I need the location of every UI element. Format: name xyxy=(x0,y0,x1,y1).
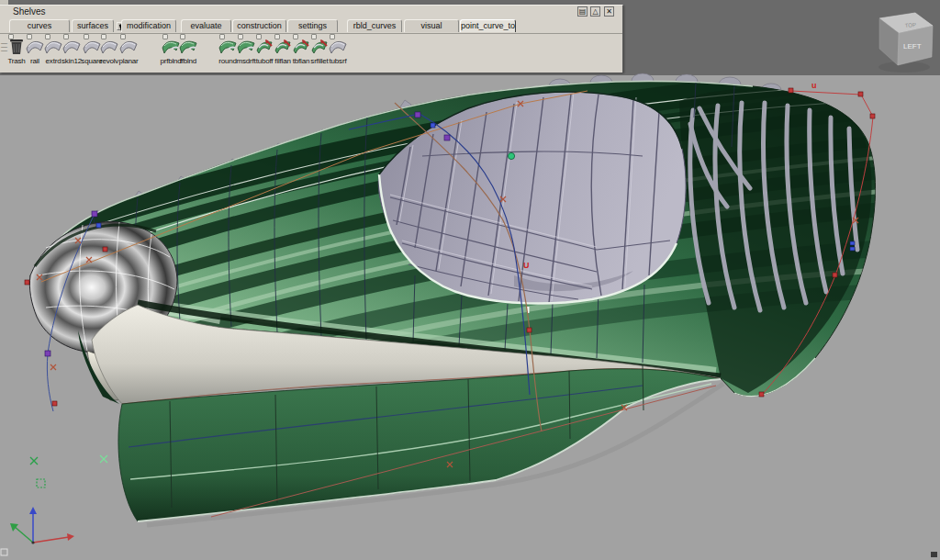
tab-surfaces[interactable]: surfaces xyxy=(72,19,114,32)
tab-settings[interactable]: settings xyxy=(287,19,338,32)
stern-param-label: u xyxy=(811,81,817,90)
surface-icon xyxy=(118,36,139,56)
tool-flag xyxy=(219,34,225,39)
cockpit-param-label: U xyxy=(523,261,530,270)
green-control-point[interactable] xyxy=(508,152,514,159)
tool-flag xyxy=(238,34,243,39)
tool-flag xyxy=(162,34,168,39)
tool-flag xyxy=(293,34,298,39)
tool-flag xyxy=(84,34,89,39)
window-title: Shelves xyxy=(13,6,46,17)
tool-label: planar xyxy=(113,57,144,65)
view-compass-cube[interactable]: TOP LEFT xyxy=(878,13,933,73)
fillet-icon xyxy=(328,36,348,56)
shelves-window: Shelves ▤ △ ✕ curvessurfacesmodification… xyxy=(0,5,623,73)
shelf-tool-row: ——— Trashrailextrdskin12squarerevolvplan… xyxy=(0,33,622,73)
bottom-right-chip xyxy=(931,552,937,557)
tool-flag xyxy=(274,34,280,39)
tool-flag xyxy=(330,34,335,39)
tool-tubsrf[interactable]: tubsrf xyxy=(322,36,353,71)
viewport-3d[interactable]: TOP LEFT xyxy=(0,0,940,560)
tab-rbld_curves[interactable]: rbld_curves xyxy=(347,19,402,32)
cube-top-label: TOP xyxy=(904,22,916,28)
tool-flag xyxy=(63,34,69,39)
tab-curves[interactable]: curves xyxy=(9,19,70,32)
tab-modification[interactable]: modification xyxy=(121,19,176,32)
tool-flag xyxy=(45,34,50,39)
shelf-tab-row: curvessurfacesmodificationevaluateconstr… xyxy=(0,19,622,33)
tool-planar[interactable]: planar xyxy=(113,36,144,71)
tool-flag xyxy=(8,34,14,39)
tool-flag xyxy=(101,34,106,39)
tab-construction[interactable]: construction xyxy=(232,19,286,32)
tool-flag xyxy=(311,34,317,39)
tool-ffblnd[interactable]: ffblnd xyxy=(173,36,204,71)
tool-label: tubsrf xyxy=(322,57,353,65)
shelf-menu-button[interactable]: ▤ xyxy=(577,6,588,17)
cube-front-label: LEFT xyxy=(903,42,922,50)
tab-evaluate[interactable]: evaluate xyxy=(181,19,231,32)
tab-point_curve_toolbox[interactable]: point_curve_toolbox xyxy=(460,19,516,32)
tool-flag xyxy=(27,34,32,39)
shelves-titlebar[interactable]: Shelves ▤ △ ✕ xyxy=(0,6,622,18)
collapse-button[interactable]: △ xyxy=(590,6,600,17)
tool-flag xyxy=(180,34,185,39)
tool-label: ffblnd xyxy=(173,57,204,65)
tab-visual[interactable]: visual xyxy=(404,19,459,32)
blend-icon xyxy=(178,36,198,56)
close-button[interactable]: ✕ xyxy=(604,6,614,17)
tool-flag xyxy=(256,34,262,39)
tool-flag xyxy=(120,34,126,39)
